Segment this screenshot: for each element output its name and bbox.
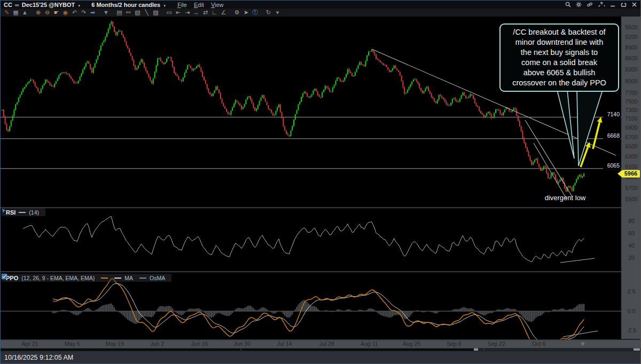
crosshair-icon[interactable]: ◉ (61, 9, 69, 16)
svg-text:Jul 14: Jul 14 (277, 341, 292, 347)
note-icon[interactable]: ▤ (115, 9, 123, 16)
menu-view[interactable]: View (211, 2, 224, 8)
svg-text:5700: 5700 (625, 185, 638, 191)
rsi-label[interactable]: RSI (6, 209, 15, 216)
svg-text:Jun 30: Jun 30 (233, 341, 251, 347)
annotation-line: crossover on the daily PPO (505, 78, 613, 88)
svg-text:80: 80 (628, 218, 635, 224)
svg-text:7500: 7500 (625, 98, 638, 105)
multi-trendline-icon[interactable]: ▨ (152, 9, 160, 16)
svg-text:6100: 6100 (625, 163, 638, 170)
svg-text:7700: 7700 (625, 90, 638, 96)
titlebar-icons (565, 2, 637, 7)
trading-app-window: CC ∞ Dec15'25 @NYBOT 6 Months/2 hour can… (0, 0, 641, 364)
svg-text:-2.5: -2.5 (627, 327, 636, 334)
toolbar: ✎▦▲⊕⊖☛◉↶↷➡▼▤✏▧╲▨▭⇤⇥↔⇄∟∠⚙➤Ⓣ↻▾ (1, 9, 640, 17)
svg-text:7100: 7100 (625, 115, 638, 122)
close-icon[interactable] (631, 2, 637, 7)
svg-text:Jun 16: Jun 16 (191, 341, 208, 347)
svg-text:5966: 5966 (624, 170, 637, 177)
rsi-params[interactable]: (14) (29, 209, 39, 216)
svg-text:20: 20 (628, 255, 635, 261)
wrench-icon[interactable]: ⚙ (233, 9, 241, 16)
osma-label: OsMA (150, 275, 165, 281)
svg-text:40: 40 (628, 242, 635, 249)
svg-text:Sep 8: Sep 8 (447, 341, 462, 347)
angle-tool-icon[interactable]: ∟ (210, 9, 218, 16)
svg-text:9500: 9500 (625, 24, 638, 30)
ppo-line-swatch (101, 278, 108, 279)
ppo-label[interactable]: PPO (6, 275, 18, 281)
svg-text:7140: 7140 (607, 111, 620, 117)
zoom-out-icon[interactable]: ⊖ (43, 9, 51, 16)
undo-icon[interactable]: ↶ (71, 9, 79, 16)
rectangle-tool-icon[interactable]: ▭ (165, 9, 173, 16)
rsi-pane-header: RSI (14) (2, 208, 45, 216)
svg-text:8900: 8900 (625, 44, 638, 51)
svg-text:2.5: 2.5 (628, 288, 636, 295)
zoom-in-icon[interactable]: ⊕ (34, 9, 42, 16)
svg-text:6300: 6300 (625, 153, 638, 160)
redo-icon[interactable]: ↷ (80, 9, 88, 16)
symbol-label[interactable]: CC (4, 2, 12, 8)
text-tool-icon[interactable]: Ⓣ (251, 9, 259, 16)
svg-text:Jul 28: Jul 28 (319, 341, 334, 347)
rsi-line-swatch (19, 212, 26, 213)
ma-line-swatch (114, 278, 121, 279)
titlebar: CC ∞ Dec15'25 @NYBOT 6 Months/2 hour can… (1, 1, 640, 9)
extend-both-icon[interactable]: ↔ (192, 9, 200, 16)
menu-bar: File Edit View (177, 2, 223, 8)
svg-text:Sep 22: Sep 22 (488, 341, 505, 347)
menu-file[interactable]: File (177, 2, 187, 8)
chart-edit-icon[interactable]: ✎ (3, 9, 11, 16)
refresh-icon[interactable]: ↻ (264, 9, 272, 16)
annotation-line: minor downtrend line with (505, 37, 613, 48)
pan-hand-icon[interactable]: ☛ (52, 9, 60, 16)
svg-text:Aug 25: Aug 25 (403, 341, 420, 347)
annotation-line: the next buy signals to (505, 48, 613, 58)
cursor-tool-icon[interactable]: ➤ (242, 9, 250, 16)
chart-text-annotations: divergent low (545, 194, 586, 202)
refresh-dropdown-icon[interactable]: ▾ (273, 9, 282, 16)
annotate-chart-icon[interactable]: ▧ (134, 9, 142, 16)
link-icon[interactable] (587, 2, 593, 7)
angle-tool-alt-icon[interactable]: ∠ (220, 9, 228, 16)
svg-text:6900: 6900 (625, 124, 638, 131)
restore-button[interactable] (621, 2, 627, 7)
svg-text:6500: 6500 (625, 143, 638, 149)
tools-dropdown-icon[interactable]: ▼ (102, 9, 110, 16)
menu-edit[interactable]: Edit (194, 2, 204, 8)
svg-text:Jun 2: Jun 2 (150, 341, 164, 347)
svg-text:Apr 21: Apr 21 (22, 341, 38, 347)
contract-label[interactable]: Dec15'25 @NYBOT (22, 2, 75, 8)
svg-text:60: 60 (628, 230, 635, 236)
timeframe-dropdown-caret[interactable] (163, 0, 166, 10)
brush-icon[interactable]: ✏ (124, 9, 132, 16)
svg-text:Aug 11: Aug 11 (361, 341, 378, 347)
symbol-dropdown-caret[interactable] (77, 0, 81, 10)
timeframe-label[interactable]: 6 Months/2 hour candles (91, 2, 160, 8)
svg-text:8600: 8600 (625, 55, 638, 61)
extend-right-icon[interactable]: ⇥ (183, 9, 191, 16)
minimize-button[interactable] (610, 2, 616, 7)
svg-text:8300: 8300 (625, 66, 638, 73)
svg-text:7300: 7300 (625, 107, 638, 113)
divergent-low-label: divergent low (545, 194, 586, 202)
osma-swatch (139, 278, 146, 279)
extend-left-icon[interactable]: ⇤ (174, 9, 182, 16)
trendline-icon[interactable]: ╲ (143, 9, 151, 16)
bar-chart-icon[interactable]: ▦ (12, 9, 20, 16)
ppo-params[interactable]: (12, 26, 9 - EMA, EMA, EMA) (21, 275, 95, 281)
pointer-arrow-icon[interactable]: ➡ (89, 9, 97, 16)
annotation-callout[interactable]: /CC breakout & backtest of minor downtre… (499, 23, 619, 92)
svg-text:6700: 6700 (625, 134, 638, 140)
annotation-line: come on a solid break (505, 58, 613, 68)
pin-icon[interactable] (598, 2, 605, 7)
search-icon[interactable] (565, 2, 571, 7)
annotation-line: above 6065 & bullish (505, 68, 613, 78)
gear-icon[interactable] (576, 2, 582, 7)
ppo-pane-header: PPO (12, 26, 9 - EMA, EMA, EMA) MA OsMA (2, 274, 171, 282)
area-chart-icon[interactable]: ▲ (21, 9, 29, 16)
svg-text:6065: 6065 (607, 162, 620, 169)
parallel-lines-icon[interactable]: ⇄ (201, 9, 209, 16)
